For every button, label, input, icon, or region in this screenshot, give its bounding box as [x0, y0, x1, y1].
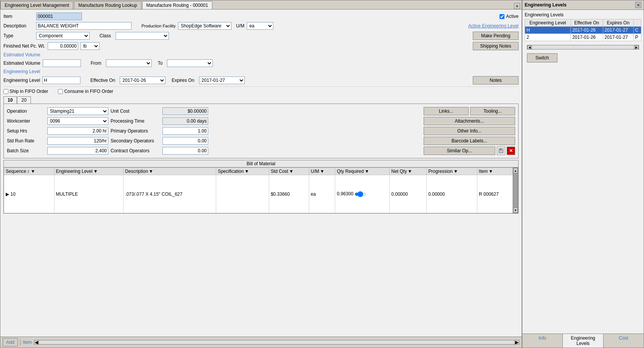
um-select[interactable]: ea: [247, 22, 273, 30]
bom-col-std-cost[interactable]: Std Cost ▼: [269, 168, 309, 175]
qty-slider[interactable]: [355, 192, 366, 197]
effective-on-label: Effective On: [90, 78, 115, 83]
svg-rect-1: [499, 148, 502, 150]
add-button[interactable]: Add: [3, 338, 18, 346]
right-panel-title: Engineering Levels: [525, 2, 567, 8]
bom-col-progression[interactable]: Progression ▼: [427, 168, 477, 175]
attachments-button[interactable]: Attachments...: [424, 117, 515, 125]
right-tab-info[interactable]: Info: [522, 334, 563, 348]
op-tab-10[interactable]: 10: [3, 96, 17, 104]
item-bottom-label: Item: [23, 340, 32, 345]
bom-row[interactable]: ▶ 10 MULTIPLE .073/.077 X 4.15" COIL_627…: [4, 175, 513, 213]
primary-operators-label: Primary Operators: [111, 128, 160, 134]
tab-manufacture-routing[interactable]: Manufacture Routing - 000001: [142, 1, 212, 9]
finished-net-pc-wt-input[interactable]: [48, 42, 78, 50]
horizontal-scrollbar[interactable]: ◀ ▶: [34, 340, 519, 345]
item-label: Item: [3, 14, 34, 19]
to-select[interactable]: [167, 59, 213, 67]
save-icon-button[interactable]: [497, 147, 505, 155]
class-select[interactable]: [116, 32, 169, 40]
right-tab-engineering-levels[interactable]: Engineering Levels: [563, 334, 603, 348]
shipping-notes-button[interactable]: Shipping Notes: [473, 42, 519, 50]
bom-row-qty-required: 0.96300: [335, 175, 390, 213]
processing-time-label: Processing Time: [111, 118, 160, 124]
eng-row-level: H: [525, 27, 571, 34]
switch-button[interactable]: Switch: [527, 53, 557, 62]
unit-cost-input[interactable]: [162, 107, 208, 115]
um-label: U/M: [236, 23, 244, 29]
other-info-button[interactable]: Other Info...: [424, 127, 515, 135]
bom-title: Bill of Material: [247, 161, 275, 166]
description-input[interactable]: [36, 22, 132, 30]
bom-row-std-cost: $0.33660: [269, 175, 309, 213]
consume-fifo-label: Consume in FIFO Order: [58, 89, 113, 94]
operation-select[interactable]: Stamping21: [47, 107, 108, 115]
type-select[interactable]: Component: [36, 32, 90, 40]
right-panel-close-button[interactable]: ✕: [635, 2, 641, 8]
eng-col-effective-on[interactable]: Effective On: [570, 19, 603, 27]
right-horizontal-scrollbar[interactable]: ◀ ▶: [527, 45, 639, 49]
bom-col-qty-required[interactable]: Qty Required ▼: [335, 168, 390, 175]
eng-row-expires-on: 2017-01-27: [603, 34, 633, 41]
workcenter-label: Workcenter: [7, 118, 45, 124]
tooling-button[interactable]: Tooling...: [470, 107, 515, 115]
contract-operators-input[interactable]: [162, 147, 208, 155]
primary-operators-input[interactable]: [162, 127, 208, 135]
tab-manufacture-routing-lookup[interactable]: Manufacture Routing Lookup: [74, 1, 141, 9]
eng-row-col4: P: [633, 34, 641, 41]
secondary-operators-input[interactable]: [162, 137, 208, 145]
expires-on-select[interactable]: 2017-01-27: [199, 77, 245, 84]
bom-col-specification[interactable]: Specification ▼: [216, 168, 269, 175]
estimated-volume-input[interactable]: [43, 59, 81, 67]
bottom-bar: Add Item ◀ ▶: [0, 337, 522, 348]
op-tab-20[interactable]: 20: [17, 96, 31, 104]
eng-row-1[interactable]: H 2017-01-26 2017-01-27 C: [525, 27, 641, 34]
delete-icon-button[interactable]: ✕: [507, 147, 515, 155]
notes-button[interactable]: Notes: [473, 76, 519, 85]
eng-col-level[interactable]: Engineering Level: [525, 19, 571, 27]
ship-fifo-checkbox[interactable]: [3, 89, 8, 94]
active-engineering-link[interactable]: Active Engineering Level: [468, 23, 519, 29]
bom-vertical-scrollbar[interactable]: ▲ ▼: [513, 168, 518, 213]
unit-select[interactable]: lb: [80, 42, 100, 50]
svg-rect-2: [499, 151, 503, 153]
workcenter-select[interactable]: 0096: [47, 117, 108, 125]
item-input[interactable]: [36, 13, 82, 20]
engineering-level-section: Engineering Level: [3, 69, 40, 74]
right-bottom-tabs: Info Engineering Levels Cost: [522, 334, 644, 348]
consume-fifo-checkbox[interactable]: [58, 89, 63, 94]
similar-op-button[interactable]: Similar Op...: [424, 147, 495, 155]
from-label: From: [91, 61, 101, 66]
right-tab-cost[interactable]: Cost: [604, 334, 644, 348]
bom-col-net-qty[interactable]: Net Qty ▼: [390, 168, 427, 175]
type-label: Type: [3, 33, 34, 38]
barcode-labels-button[interactable]: Barcode Labels...: [424, 137, 515, 145]
from-select[interactable]: [106, 59, 152, 67]
setup-hrs-input[interactable]: [47, 127, 108, 135]
tab-engineering-level-management[interactable]: Engineering Level Management: [0, 1, 73, 9]
bom-row-progression: 0.00000: [427, 175, 477, 213]
bom-col-engineering-level[interactable]: Engineering Level ▼: [54, 168, 123, 175]
eng-row-2[interactable]: 2 2017-01-26 2017-01-27 P: [525, 34, 641, 41]
bom-col-description[interactable]: Description ▼: [124, 168, 216, 175]
batch-size-input[interactable]: [47, 147, 108, 155]
std-run-rate-input[interactable]: [47, 137, 108, 145]
bom-col-item[interactable]: Item ▼: [477, 168, 512, 175]
processing-time-input[interactable]: [162, 117, 208, 125]
links-button[interactable]: Links...: [424, 107, 469, 115]
make-pending-button[interactable]: Make Pending: [473, 32, 519, 40]
bom-row-um: ea: [309, 175, 335, 213]
bom-row-net-qty: 0.00000: [390, 175, 427, 213]
bom-col-um[interactable]: U/M ▼: [309, 168, 335, 175]
effective-on-select[interactable]: 2017-01-26: [120, 77, 165, 84]
active-checkbox[interactable]: [499, 14, 504, 19]
bom-col-sequence[interactable]: Sequence ↕ ▼: [4, 168, 55, 175]
eng-row-expires-on: 2017-01-27: [603, 27, 633, 34]
right-panel-header: Engineering Levels ✕: [522, 0, 644, 10]
eng-row-effective-on: 2017-01-26: [570, 34, 603, 41]
eng-col-expires-on[interactable]: Expires On: [603, 19, 633, 27]
expires-on-label: Expires On: [172, 78, 194, 83]
production-facility-select[interactable]: ShopEdge Software: [178, 22, 231, 30]
close-tab-button[interactable]: ✕: [514, 3, 520, 9]
engineering-level-input[interactable]: [42, 77, 80, 84]
